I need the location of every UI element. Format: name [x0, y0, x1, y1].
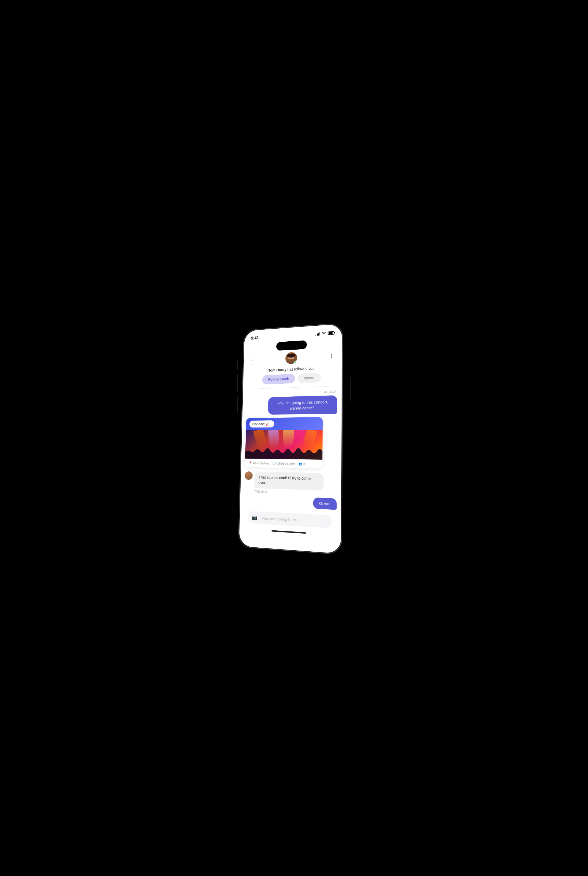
status-time: 9:41: [251, 336, 259, 340]
status-bar: 9:41: [244, 324, 342, 343]
clock-icon: 🕐: [272, 462, 276, 465]
online-indicator: [294, 361, 297, 363]
phone-screen: 9:41: [239, 324, 342, 554]
event-card-header: Concert 🎸 ›: [246, 417, 323, 430]
incoming-message-1: That sounds cool! I'll try to come over.: [254, 471, 324, 490]
location-icon: 📍: [249, 461, 252, 465]
event-datetime: 🕐 08/10/24, 9PM: [272, 462, 296, 465]
follow-description: has followed you: [287, 366, 315, 371]
back-button[interactable]: ‹: [249, 355, 258, 365]
sender-avatar: [244, 471, 253, 480]
event-attendees: 👥 8: [298, 462, 305, 465]
incoming-message-row: That sounds cool! I'll try to come over.: [244, 471, 337, 491]
follow-actions: Follow Back Ignore: [248, 372, 336, 385]
event-meta: 📍 West Sydney 🕐 08/10/24, 9PM 👥 8: [245, 458, 322, 468]
event-chevron-icon: ›: [270, 422, 272, 425]
sender-avatar-face: [244, 471, 253, 480]
power-button: [350, 377, 351, 401]
event-card[interactable]: Concert 🎸 ›: [245, 417, 323, 468]
volume-mute-button: [237, 361, 238, 370]
message-input[interactable]: Type something here...: [260, 516, 328, 524]
more-dot-icon: [331, 353, 332, 354]
datetime-text: 08/10/24, 9PM: [277, 462, 296, 465]
event-title-pill[interactable]: Concert 🎸 ›: [249, 420, 274, 428]
more-options-button[interactable]: [327, 351, 336, 361]
phone-wrapper: 9:41: [238, 324, 350, 552]
timestamp-1: TUE 20:17: [248, 390, 336, 396]
location-text: West Sydney: [253, 461, 269, 465]
status-icons: [315, 331, 334, 336]
battery-icon: [328, 331, 334, 335]
more-dot-icon: [331, 357, 332, 358]
outgoing-message-1: Hey! I'm going to this concert, wanna co…: [268, 395, 338, 414]
attendees-text: 8: [303, 462, 305, 465]
outgoing-message-row-2: Great!: [244, 495, 337, 510]
follow-back-button[interactable]: Follow Back: [262, 374, 295, 384]
volume-up-button: [237, 374, 238, 392]
signal-icon: [315, 332, 320, 336]
phone-frame: 9:41: [238, 323, 343, 555]
outgoing-message-2: Great!: [313, 497, 337, 510]
event-location: 📍 West Sydney: [249, 461, 269, 465]
crowd-svg: [245, 443, 322, 460]
ignore-button[interactable]: Ignore: [297, 373, 321, 383]
more-dot-icon: [331, 355, 332, 356]
event-image: [245, 430, 323, 459]
people-icon: 👥: [298, 462, 302, 465]
back-chevron-icon: ‹: [252, 358, 254, 362]
message-input-bar[interactable]: 📷 Type something here...: [248, 511, 332, 528]
avatar-container: [285, 352, 297, 364]
camera-icon[interactable]: 📷: [252, 514, 257, 520]
follower-name: Tom Hardy: [268, 368, 286, 372]
chat-area[interactable]: TUE 20:17 Hey! I'm going to this concert…: [239, 387, 342, 538]
event-title: Concert 🎸: [252, 422, 270, 426]
volume-down-button: [237, 396, 238, 413]
wifi-icon: [322, 332, 326, 335]
home-indicator: [272, 530, 306, 534]
